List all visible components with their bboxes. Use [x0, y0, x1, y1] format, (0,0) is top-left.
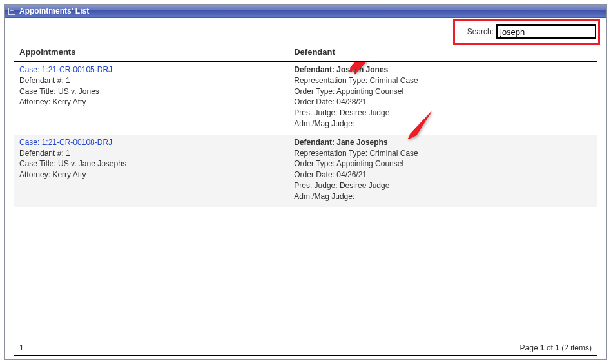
page-link[interactable]: 1	[19, 343, 24, 352]
order-type: Appointing Counsel	[336, 159, 403, 168]
order-type: Appointing Counsel	[336, 87, 403, 96]
rep-type-label: Representation Type:	[294, 149, 367, 158]
table-row: Case: 1:21-CR-00108-DRJ Defendant #: 1 C…	[14, 135, 597, 207]
attorney: Kerry Atty	[52, 170, 86, 179]
search-label: Search:	[467, 27, 494, 36]
adm-judge-label: Adm./Mag Judge:	[294, 192, 354, 201]
attorney-label: Attorney:	[19, 170, 50, 179]
panel-body: Search: Appointments Defendant	[5, 18, 606, 359]
defendant-num-label: Defendant #:	[19, 149, 64, 158]
case-title-label: Case Title:	[19, 87, 56, 96]
def-name-label: Defendant:	[294, 65, 335, 74]
panel-title: Appointments' List	[19, 6, 89, 15]
col-header-defendant: Defendant	[294, 47, 592, 57]
grid-footer: 1 Page 1 of 1 (2 items)	[14, 341, 597, 355]
def-name: Joseph Jones	[336, 65, 388, 74]
pager-current: 1	[540, 343, 545, 352]
search-area: Search:	[14, 24, 597, 39]
appointments-grid: Appointments Defendant	[14, 43, 597, 356]
pager-items: (2 items)	[559, 343, 592, 352]
order-date: 04/26/21	[336, 170, 367, 179]
case-link[interactable]: Case: 1:21-CR-00105-DRJ	[19, 65, 112, 74]
rep-type: Criminal Case	[369, 149, 418, 158]
defendant-num-label: Defendant #:	[19, 76, 64, 85]
order-type-label: Order Type:	[294, 159, 335, 168]
attorney-label: Attorney:	[19, 97, 50, 106]
attorney: Kerry Atty	[52, 97, 86, 106]
rep-type: Criminal Case	[369, 76, 418, 85]
pres-judge-label: Pres. Judge:	[294, 181, 337, 190]
adm-judge-label: Adm./Mag Judge:	[294, 119, 354, 128]
pres-judge: Desiree Judge	[340, 181, 389, 190]
pres-judge: Desiree Judge	[340, 108, 389, 117]
defendant-cell: Defendant: Joseph Jones Representation T…	[294, 64, 592, 129]
case-title-label: Case Title:	[19, 159, 56, 168]
def-name-label: Defendant:	[294, 138, 335, 147]
collapse-icon[interactable]: −	[8, 8, 15, 15]
rep-type-label: Representation Type:	[294, 76, 367, 85]
panel-header: − Appointments' List	[5, 5, 606, 18]
search-input[interactable]	[496, 24, 596, 39]
col-header-appointments: Appointments	[19, 47, 294, 57]
order-type-label: Order Type:	[294, 87, 335, 96]
case-title: US v. Jones	[58, 87, 99, 96]
pager-summary: Page 1 of 1 (2 items)	[520, 343, 592, 352]
case-link[interactable]: Case: 1:21-CR-00108-DRJ	[19, 138, 112, 147]
grid-header: Appointments Defendant	[14, 43, 597, 62]
pager-total: 1	[555, 343, 559, 352]
def-name: Jane Josephs	[336, 138, 387, 147]
case-title: US v. Jane Josephs	[58, 159, 126, 168]
defendant-num: 1	[66, 149, 70, 158]
pager-of: of	[545, 343, 556, 352]
appointments-panel: − Appointments' List Search: Appointment…	[4, 4, 607, 360]
appointments-cell: Case: 1:21-CR-00108-DRJ Defendant #: 1 C…	[19, 137, 294, 202]
table-row: Case: 1:21-CR-00105-DRJ Defendant #: 1 C…	[14, 62, 597, 135]
grid-body: Case: 1:21-CR-00105-DRJ Defendant #: 1 C…	[14, 62, 597, 341]
defendant-cell: Defendant: Jane Josephs Representation T…	[294, 137, 592, 202]
pager-prefix: Page	[520, 343, 540, 352]
appointments-cell: Case: 1:21-CR-00105-DRJ Defendant #: 1 C…	[19, 64, 294, 129]
defendant-num: 1	[66, 76, 70, 85]
order-date-label: Order Date:	[294, 97, 335, 106]
order-date: 04/28/21	[336, 97, 367, 106]
order-date-label: Order Date:	[294, 170, 335, 179]
pres-judge-label: Pres. Judge:	[294, 108, 337, 117]
